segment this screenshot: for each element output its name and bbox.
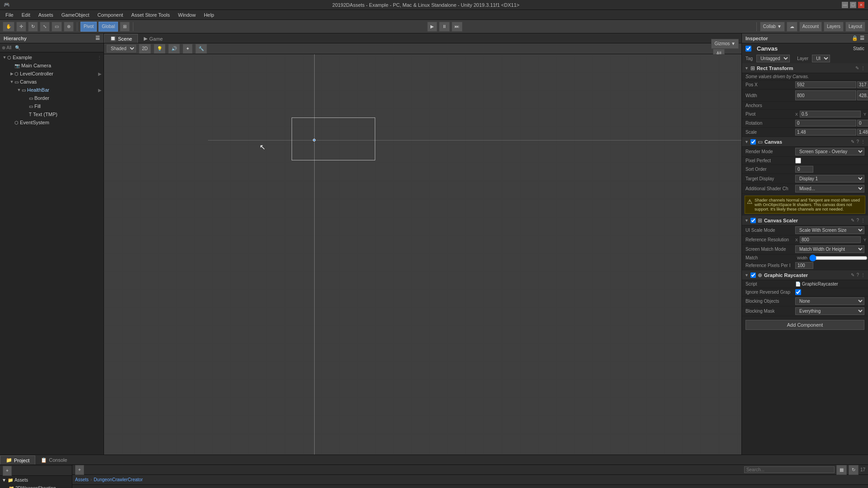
tree-item-assets[interactable]: ▼ 📁 Assets — [0, 476, 72, 484]
maximize-button[interactable]: ☐ — [850, 2, 856, 8]
blocking-objects-dropdown[interactable]: None — [795, 297, 864, 305]
ref-x-field[interactable] — [800, 236, 861, 243]
rect-transform-edit-icon[interactable]: ✎ — [855, 66, 859, 70]
graphic-raycaster-question-icon[interactable]: ? — [856, 272, 859, 277]
menu-help[interactable]: Help — [200, 11, 218, 19]
width-field[interactable] — [795, 90, 856, 100]
layers-button[interactable]: Layers — [824, 22, 844, 32]
scale-x-field[interactable] — [795, 129, 856, 136]
global-button[interactable]: Global — [99, 22, 118, 32]
ignore-reversed-checkbox[interactable] — [795, 289, 801, 295]
canvas-active-checkbox[interactable] — [745, 46, 751, 52]
canvas-scaler-edit-icon[interactable]: ✎ — [851, 218, 854, 223]
hierarchy-item-border[interactable]: ▭ Border — [0, 94, 104, 102]
hierarchy-item-canvas[interactable]: ▼ ▭ Canvas — [0, 78, 104, 86]
project-search-input[interactable] — [744, 466, 835, 473]
pos-x-field[interactable] — [795, 81, 856, 88]
ref-pixels-field[interactable] — [795, 262, 813, 269]
hierarchy-menu-icon[interactable]: ☰ — [95, 35, 100, 41]
refresh-button[interactable]: ↻ — [849, 465, 859, 475]
tab-game[interactable]: ▶ Game — [138, 34, 169, 43]
hierarchy-item-main-camera[interactable]: 📷 Main Camera — [0, 61, 104, 70]
account-button[interactable]: Account — [799, 22, 822, 32]
ui-scale-mode-dropdown[interactable]: Scale With Screen Size — [795, 226, 864, 234]
graphic-raycaster-more-icon[interactable]: ⋮ — [861, 272, 865, 277]
add-asset-button[interactable]: + — [3, 466, 12, 476]
hierarchy-search[interactable]: 🔍 — [15, 45, 20, 50]
lighting-button[interactable]: 💡 — [154, 44, 165, 54]
tree-item-2dweapon[interactable]: 📁 2DWeaponShooting — [0, 484, 72, 488]
filter-button[interactable]: ▦ — [836, 465, 847, 475]
canvas-scaler-checkbox[interactable] — [750, 218, 756, 223]
hand-tool[interactable]: ✋ — [3, 22, 14, 32]
rect-tool[interactable]: ▭ — [52, 22, 62, 32]
canvas-more-icon[interactable]: ⋮ — [861, 139, 865, 144]
menu-component[interactable]: Component — [94, 11, 127, 19]
snap-settings-button[interactable]: ⊞ — [120, 22, 130, 32]
pixel-perfect-checkbox[interactable] — [795, 158, 801, 164]
item-actions-example[interactable]: ⋮ — [97, 55, 104, 60]
screen-match-dropdown[interactable]: Match Width Or Height — [795, 245, 864, 253]
breadcrumb-assets[interactable]: Assets — [75, 477, 89, 482]
create-button[interactable]: + — [75, 465, 84, 475]
height-field[interactable] — [857, 90, 868, 100]
pos-y-field[interactable] — [857, 81, 868, 88]
pivot-button[interactable]: Pivot — [80, 22, 97, 32]
hierarchy-all-label[interactable]: ⊕ All — [2, 45, 11, 50]
graphic-raycaster-checkbox[interactable] — [750, 272, 756, 278]
shading-dropdown[interactable]: Shaded — [107, 45, 136, 52]
inspector-menu-icon[interactable]: ☰ — [860, 35, 864, 41]
blocking-mask-dropdown[interactable]: Everything — [795, 307, 864, 315]
rect-transform-header[interactable]: ▼ ⊞ Rect Transform ✎ ⋮ — [742, 63, 868, 73]
inspector-lock-icon[interactable]: 🔒 — [852, 35, 858, 41]
step-button[interactable]: ⏭ — [452, 22, 462, 32]
tab-console[interactable]: 📋 Console — [35, 455, 72, 465]
layer-dropdown[interactable]: UI — [812, 55, 830, 62]
canvas-edit-icon[interactable]: ✎ — [851, 139, 854, 144]
canvas-scaler-header[interactable]: ▼ ⊞ Canvas Scaler ✎ ? ⋮ — [742, 216, 868, 225]
target-display-dropdown[interactable]: Display 1 — [795, 175, 864, 183]
close-button[interactable]: ✕ — [858, 2, 864, 8]
cloud-button[interactable]: ☁ — [787, 22, 797, 32]
2d-toggle[interactable]: 2D — [139, 44, 151, 54]
hierarchy-item-example[interactable]: ▼ ⬡ Example ⋮ — [0, 53, 104, 61]
rotate-tool[interactable]: ↻ — [28, 22, 38, 32]
menu-window[interactable]: Window — [175, 11, 199, 19]
move-tool[interactable]: ✛ — [16, 22, 26, 32]
hierarchy-item-text-tmp[interactable]: T Text (TMP) — [0, 110, 104, 118]
menu-gameobject[interactable]: GameObject — [58, 11, 93, 19]
scale-y-field[interactable] — [857, 129, 868, 136]
audio-button[interactable]: 🔊 — [168, 44, 180, 54]
gizmos-button[interactable]: Gizmos ▼ — [711, 39, 739, 49]
hierarchy-item-level-controller[interactable]: ▶ ⬡ LevelController ▶ — [0, 70, 104, 78]
transform-tool[interactable]: ⊕ — [64, 22, 74, 32]
render-mode-dropdown[interactable]: Screen Space - Overlay — [795, 148, 864, 155]
canvas-component-checkbox[interactable] — [750, 139, 756, 145]
graphic-raycaster-header[interactable]: ▼ ⊕ Graphic Raycaster ✎ ? ⋮ — [742, 270, 868, 280]
additional-shader-dropdown[interactable]: Mixed... — [795, 185, 864, 192]
hierarchy-item-event-system[interactable]: ⬡ EventSystem — [0, 118, 104, 127]
canvas-component-header[interactable]: ▼ ▭ Canvas ✎ ? ⋮ — [742, 137, 868, 147]
scene-tools-button[interactable]: 🔧 — [195, 44, 207, 54]
add-component-button[interactable]: Add Component — [745, 320, 864, 330]
hierarchy-item-fill[interactable]: ▭ Fill — [0, 102, 104, 110]
menu-asset-store-tools[interactable]: Asset Store Tools — [127, 11, 173, 19]
scene-viewport[interactable]: ↖ — [104, 54, 741, 455]
rect-transform-more-icon[interactable]: ⋮ — [861, 66, 865, 70]
rotation-y-field[interactable] — [857, 120, 868, 127]
canvas-scaler-more-icon[interactable]: ⋮ — [861, 218, 865, 223]
match-slider[interactable] — [809, 256, 868, 260]
rotation-x-field[interactable] — [795, 120, 856, 127]
effects-button[interactable]: ✦ — [183, 44, 193, 54]
minimize-button[interactable]: — — [842, 2, 848, 8]
play-button[interactable]: ▶ — [427, 22, 437, 32]
sort-order-field[interactable] — [795, 166, 813, 173]
layout-button[interactable]: Layout — [845, 22, 865, 32]
menu-assets[interactable]: Assets — [35, 11, 57, 19]
item-actions-healthbar[interactable]: ▶ — [98, 88, 104, 93]
menu-edit[interactable]: Edit — [18, 11, 34, 19]
scale-tool[interactable]: ⤡ — [40, 22, 50, 32]
graphic-raycaster-edit-icon[interactable]: ✎ — [851, 272, 854, 277]
item-actions-level-controller[interactable]: ▶ — [98, 71, 104, 76]
hierarchy-item-healthbar[interactable]: ▼ ▭ HealthBar ▶ — [0, 86, 104, 94]
